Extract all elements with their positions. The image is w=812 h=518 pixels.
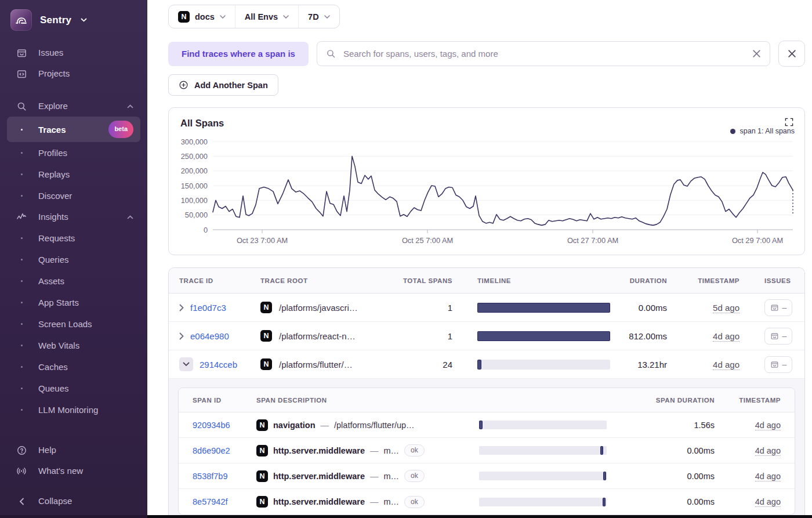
column-header-trace-id: TRACE ID bbox=[169, 277, 256, 284]
sidebar-item-assets[interactable]: Assets bbox=[7, 270, 140, 292]
sidebar-item-screen-loads[interactable]: Screen Loads bbox=[7, 313, 140, 335]
project-avatar: N bbox=[256, 496, 268, 508]
sidebar-nav: Issues Projects Explore Traces beta Prof bbox=[7, 42, 140, 513]
remove-span-filter-button[interactable] bbox=[778, 41, 805, 67]
span-description-label: m… bbox=[383, 472, 399, 481]
trace-id-link[interactable]: 2914cceb bbox=[200, 360, 237, 370]
span-id-link[interactable]: 8538f7b9 bbox=[193, 472, 227, 481]
org-switcher[interactable]: Sentry bbox=[7, 8, 140, 42]
timestamp-link[interactable]: 5d ago bbox=[713, 303, 740, 313]
date-range-selector[interactable]: 7D bbox=[298, 5, 339, 28]
bullet-icon bbox=[14, 366, 29, 368]
svg-text:Oct 23 7:00 AM: Oct 23 7:00 AM bbox=[237, 236, 288, 245]
span-timeline-bar bbox=[479, 421, 607, 429]
span-row: 8538f7b9 N http.server.middleware — m… o… bbox=[179, 463, 795, 489]
column-header-span-timestamp: TIMESTAMP bbox=[715, 397, 795, 404]
sidebar-collapse-button[interactable]: Collapse bbox=[7, 491, 140, 513]
sidebar-item-label: Discover bbox=[38, 189, 72, 202]
span-id-link[interactable]: 920934b6 bbox=[193, 421, 230, 430]
sidebar-item-traces[interactable]: Traces beta bbox=[7, 117, 140, 142]
timestamp-link[interactable]: 4d ago bbox=[755, 472, 781, 481]
trace-id-link[interactable]: f1e0d7c3 bbox=[190, 303, 226, 313]
sidebar-item-app-starts[interactable]: App Starts bbox=[7, 292, 140, 313]
all-spans-chart-panel: All Spans span 1: All spans 050,000100,0… bbox=[168, 107, 805, 255]
timestamp-link[interactable]: 4d ago bbox=[713, 360, 740, 370]
issues-button[interactable]: – bbox=[764, 299, 792, 316]
add-another-span-button[interactable]: Add Another Span bbox=[168, 74, 278, 96]
span-op-label: http.server.middleware bbox=[273, 497, 365, 506]
sidebar-item-help[interactable]: Help bbox=[7, 440, 140, 461]
add-another-span-label: Add Another Span bbox=[194, 81, 268, 90]
chevron-left-icon bbox=[14, 498, 29, 505]
sidebar-section-insights[interactable]: Insights bbox=[7, 207, 140, 227]
timestamp-link[interactable]: 4d ago bbox=[755, 421, 781, 430]
expand-trace-button[interactable] bbox=[179, 332, 184, 340]
beta-badge: beta bbox=[108, 121, 133, 138]
chevron-up-icon bbox=[127, 215, 133, 219]
column-header-issues: ISSUES bbox=[743, 277, 804, 284]
span-status-badge: ok bbox=[404, 470, 425, 482]
duration-value: 0.00ms bbox=[612, 303, 670, 313]
environment-label: All Envs bbox=[245, 12, 278, 21]
project-avatar: N bbox=[256, 470, 268, 482]
span-description-label: /platforms/flutter/up… bbox=[334, 421, 415, 430]
chevron-down-icon bbox=[81, 18, 87, 22]
environment-selector[interactable]: All Envs bbox=[235, 5, 298, 28]
sidebar-item-llm-monitoring[interactable]: LLM Monitoring bbox=[7, 399, 140, 421]
chevron-up-icon bbox=[127, 104, 133, 108]
collapse-trace-button[interactable] bbox=[179, 357, 193, 371]
sidebar-item-queues[interactable]: Queues bbox=[7, 378, 140, 399]
trace-id-link[interactable]: e064e980 bbox=[190, 331, 229, 341]
issues-button[interactable]: – bbox=[764, 356, 792, 373]
table-row: e064e980 N /platforms/react-n… 1 812.00m… bbox=[169, 322, 804, 350]
span-id-link[interactable]: 8e57942f bbox=[193, 497, 227, 506]
column-header-span-duration: SPAN DURATION bbox=[610, 397, 715, 404]
sidebar-item-queries[interactable]: Queries bbox=[7, 249, 140, 270]
clear-search-icon[interactable] bbox=[752, 49, 761, 58]
bullet-icon bbox=[14, 302, 29, 303]
sidebar-item-profiles[interactable]: Profiles bbox=[7, 142, 140, 164]
issues-button[interactable]: – bbox=[764, 328, 792, 345]
sidebar-item-projects[interactable]: Projects bbox=[7, 63, 140, 84]
timestamp-link[interactable]: 4d ago bbox=[713, 331, 740, 342]
sidebar-item-label: Queries bbox=[38, 253, 69, 266]
issues-count: – bbox=[782, 331, 787, 340]
projects-icon bbox=[14, 68, 29, 79]
traces-table-header: TRACE ID TRACE ROOT TOTAL SPANS TIMELINE… bbox=[169, 268, 804, 294]
chevron-right-icon bbox=[179, 332, 184, 340]
sidebar-item-discover[interactable]: Discover bbox=[7, 185, 140, 207]
traces-table: TRACE ID TRACE ROOT TOTAL SPANS TIMELINE… bbox=[168, 267, 805, 518]
span-id-link[interactable]: 8d6e90e2 bbox=[193, 446, 230, 455]
sidebar-item-replays[interactable]: Replays bbox=[7, 164, 140, 185]
broadcast-icon bbox=[14, 465, 29, 477]
sidebar-section-explore[interactable]: Explore bbox=[7, 96, 140, 117]
sidebar-item-label: Assets bbox=[38, 274, 64, 288]
sidebar-item-label: Profiles bbox=[38, 146, 67, 160]
sidebar-item-label: Issues bbox=[38, 46, 63, 59]
expand-chart-button[interactable] bbox=[784, 117, 795, 128]
sidebar-item-caches[interactable]: Caches bbox=[7, 356, 140, 378]
timestamp-link[interactable]: 4d ago bbox=[755, 446, 781, 456]
project-name: docs bbox=[195, 12, 215, 21]
span-row: 8d6e90e2 N http.server.middleware — m… o… bbox=[179, 438, 795, 463]
bullet-icon bbox=[14, 345, 29, 346]
project-selector[interactable]: N docs bbox=[169, 5, 235, 28]
all-spans-line-chart[interactable]: 050,000100,000150,000200,000250,000300,0… bbox=[175, 137, 799, 253]
sidebar-item-whats-new[interactable]: What's new bbox=[7, 461, 140, 481]
sentry-logo-icon bbox=[10, 9, 32, 31]
sidebar-item-requests[interactable]: Requests bbox=[7, 227, 140, 249]
separator-dash: — bbox=[321, 421, 329, 430]
chevron-down-icon bbox=[183, 362, 190, 367]
sidebar-item-web-vitals[interactable]: Web Vitals bbox=[7, 335, 140, 356]
span-filter-type-button[interactable]: Find traces where a span is bbox=[168, 42, 309, 66]
timeline-bar bbox=[477, 303, 610, 313]
span-search-input[interactable] bbox=[342, 48, 746, 59]
bullet-icon bbox=[14, 259, 29, 260]
expanded-trace-area: SPAN ID SPAN DESCRIPTION SPAN DURATION T… bbox=[169, 379, 804, 518]
issues-count: – bbox=[782, 360, 787, 369]
span-search-box[interactable] bbox=[317, 41, 770, 66]
timestamp-link[interactable]: 4d ago bbox=[755, 497, 781, 507]
sidebar-item-issues[interactable]: Issues bbox=[7, 42, 140, 63]
chart-legend[interactable]: span 1: All spans bbox=[730, 127, 795, 135]
expand-trace-button[interactable] bbox=[179, 304, 184, 311]
